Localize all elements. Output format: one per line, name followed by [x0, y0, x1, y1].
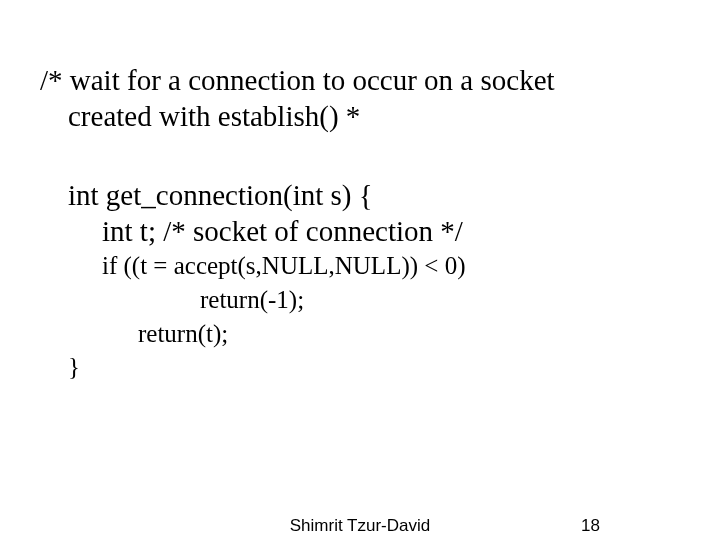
code-close-brace: } [40, 350, 680, 384]
code-declaration: int t; /* socket of connection */ [40, 213, 680, 249]
comment-line-2: created with establish() * [40, 98, 680, 134]
code-return-t: return(t); [40, 317, 680, 351]
footer-author: Shimrit Tzur-David [0, 516, 720, 536]
comment-line-1: /* wait for a connection to occur on a s… [40, 62, 680, 98]
footer-page-number: 18 [581, 516, 600, 536]
code-if-line: if ((t = accept(s,NULL,NULL)) < 0) [40, 249, 680, 283]
slide: /* wait for a connection to occur on a s… [0, 0, 720, 540]
slide-body: /* wait for a connection to occur on a s… [40, 62, 680, 384]
code-signature: int get_connection(int s) { [40, 177, 680, 213]
code-return-neg1: return(-1); [40, 283, 680, 317]
spacer [40, 135, 680, 177]
